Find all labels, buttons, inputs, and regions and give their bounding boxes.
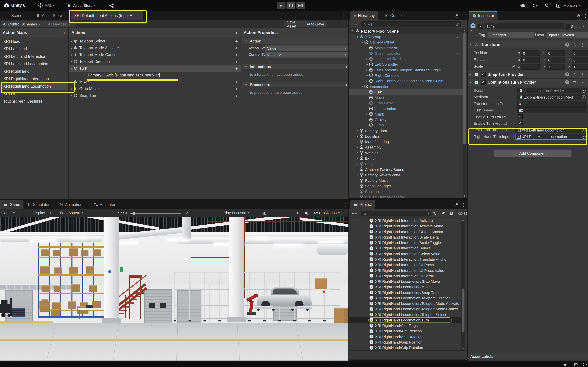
project-item[interactable]: XRI RightHand Interaction/Translate Anch… — [349, 257, 461, 262]
game-viewport[interactable] — [0, 217, 348, 360]
auto-save-toggle[interactable]: Auto-Save — [304, 21, 327, 27]
tab-simulator[interactable]: Simulator — [24, 200, 53, 209]
display-dropdown[interactable]: Display 1▾ — [33, 211, 51, 215]
scene-kebab-icon[interactable]: ⋮ — [457, 29, 461, 33]
component-kebab-icon[interactable]: ⋮ — [580, 80, 585, 84]
hierarchy-item-locomotion[interactable]: ▼Locomotion — [349, 84, 463, 89]
presets-icon[interactable] — [573, 42, 577, 47]
hierarchy-item-main-camera[interactable]: Main Camera — [349, 45, 463, 51]
hierarchy-item-right-controller[interactable]: ▸Right Controller — [349, 73, 463, 78]
tab-animation[interactable]: Animation — [56, 200, 86, 209]
add-action-button[interactable]: + — [235, 30, 238, 35]
save-asset-button[interactable]: Save Asset — [285, 21, 307, 27]
component-enabled-checkbox[interactable]: ✓ — [481, 80, 485, 85]
action-item[interactable]: ▸Teleport Mode Cancel+ — [69, 51, 241, 58]
eye-icon[interactable] — [458, 211, 463, 216]
project-item[interactable]: XRI RightHand Locomotion/Teleport Select — [349, 312, 461, 317]
object-picker-icon[interactable] — [581, 95, 586, 99]
open-external-icon[interactable] — [456, 23, 459, 26]
gameobject-name-field[interactable]: Turn — [484, 23, 564, 29]
game-view-dropdown[interactable]: Game▾ — [1, 211, 15, 215]
action-item[interactable]: ▸Grab Move+ — [69, 85, 241, 92]
expand-arrow-icon[interactable]: ▸ — [356, 162, 359, 165]
layer-dropdown[interactable]: Ignore Raycast▾ — [546, 32, 588, 38]
cloud-icon[interactable] — [520, 0, 525, 11]
property-checkbox[interactable]: ✓ — [518, 121, 523, 125]
object-picker-icon[interactable] — [581, 128, 586, 132]
component-kebab-icon[interactable]: ⋮ — [580, 72, 585, 77]
action-item[interactable]: ▸Teleport Select+ — [69, 38, 241, 44]
presets-icon[interactable] — [573, 72, 577, 76]
continuous-turn-provider-header[interactable]: ▼ ✓ Continuous Turn Provider ? ⋮ — [467, 78, 588, 86]
add-binding-button[interactable]: + — [235, 52, 238, 57]
action-map-item[interactable]: XRI Head — [0, 38, 68, 45]
hierarchy-item-factory-reverb-zone[interactable]: ▸Factory Reverb Zone — [349, 172, 463, 178]
tab-animator[interactable]: Animator — [91, 200, 119, 209]
expand-arrow-icon[interactable]: ▼ — [361, 41, 364, 44]
add-binding-button[interactable]: + — [235, 45, 238, 50]
tag-dropdown[interactable]: Untagged▾ — [487, 32, 534, 38]
project-item[interactable]: XRI RightHand Interaction/UI Press — [349, 262, 461, 267]
tab-project[interactable]: Project — [350, 200, 375, 209]
expand-arrow-icon[interactable]: ▸ — [356, 140, 359, 143]
gizmos-dropdown[interactable]: Gizmos▾ — [324, 211, 340, 215]
package-filter-icon[interactable] — [433, 211, 437, 216]
lock-icon[interactable] — [455, 202, 459, 207]
undo-history-icon[interactable] — [532, 0, 537, 11]
expand-arrow-icon[interactable]: ▸ — [70, 40, 73, 43]
transform-scale-z-field[interactable]: 1 — [572, 64, 588, 70]
hierarchy-item-scriptdebugger[interactable]: ScriptDebugger — [349, 183, 463, 189]
mute-audio-icon[interactable] — [296, 211, 301, 216]
asset-store-menu[interactable]: Asset Store▾ — [67, 0, 96, 11]
hierarchy-item-factory-music[interactable]: Factory Music — [349, 178, 463, 183]
expand-arrow-icon[interactable]: ▸ — [365, 80, 369, 83]
hierarchy-item-assembly[interactable]: ▸Assembly — [349, 145, 463, 150]
hierarchy-item-climb[interactable]: ▸Climb — [349, 111, 463, 117]
action-map-item[interactable]: Touchscreen Gestures — [0, 98, 68, 105]
stats-toggle[interactable]: Stats — [312, 211, 320, 215]
hierarchy-item-xr-setup[interactable]: ▼XR Setup› — [349, 34, 463, 40]
hierarchy-item-camera-offset[interactable]: ▼Camera Offset — [349, 40, 463, 45]
hierarchy-item-move[interactable]: Move — [349, 95, 463, 100]
prefab-chevron-icon[interactable]: › — [457, 51, 458, 55]
hierarchy-item-exhibit[interactable]: ▸Exhibit — [349, 156, 463, 161]
add-binding-button[interactable]: + — [235, 66, 238, 71]
tab-input-actions[interactable]: XRI Default Input Actions (Input A — [71, 11, 143, 20]
expand-arrow-icon[interactable]: ▸ — [70, 53, 73, 56]
action-item[interactable]: ▼Turn+ — [69, 65, 241, 72]
hierarchy-item-manufacturing[interactable]: ▸Manufacturing — [349, 139, 463, 145]
input-actions-kebab-icon[interactable]: ⋮ — [342, 14, 346, 18]
transform-scale-x-field[interactable]: 1 — [521, 64, 540, 70]
expand-arrow-icon[interactable]: ▸ — [365, 113, 369, 116]
project-kebab-icon[interactable]: ⋮ — [461, 202, 466, 207]
project-search-input[interactable] — [361, 211, 432, 217]
object-picker-icon[interactable] — [581, 89, 586, 93]
project-item[interactable]: XRI RightHand Interaction/Activate Value — [349, 223, 461, 229]
tab-inspector[interactable]: Inspector — [469, 11, 498, 20]
action-map-item[interactable]: XRI UI — [0, 90, 68, 98]
hierarchy-item-teleportation[interactable]: Teleportation — [349, 106, 463, 111]
expand-arrow-icon[interactable]: ▸ — [365, 68, 369, 71]
action-map-item[interactable]: XRI RightHand — [0, 68, 68, 75]
expand-arrow-icon[interactable]: ▸ — [356, 129, 359, 132]
active-checkbox[interactable]: ✓ — [478, 24, 483, 29]
scale-link-icon[interactable] — [512, 65, 516, 68]
hierarchy-item-ambient-factory-sound[interactable]: Ambient Factory Sound — [349, 167, 463, 172]
add-binding-button[interactable]: + — [235, 79, 238, 84]
project-item[interactable]: XRI RightHand Interaction/Scale Toggle — [349, 240, 461, 245]
hierarchy-item-player[interactable]: ▸Player — [349, 161, 463, 167]
game-kebab-icon[interactable]: ⋮ — [343, 202, 347, 207]
project-item[interactable]: XRI RightHand Locomotion/Snap Turn — [349, 290, 461, 295]
prefab-chevron-icon[interactable]: › — [457, 35, 458, 39]
static-checkbox[interactable] — [565, 24, 570, 29]
progress-ok-icon[interactable] — [583, 362, 587, 367]
project-item[interactable]: XRI RightHand Locomotion/Teleport Mode C… — [349, 306, 461, 312]
play-button[interactable]: ▶ — [277, 2, 285, 9]
object-field[interactable]: {}XRI RightHand Locomotion — [515, 134, 587, 140]
inspector-kebab-icon[interactable]: ⋮ — [583, 14, 588, 18]
project-item[interactable]: XRI RightHand/Grip Position — [349, 340, 461, 345]
tab-hierarchy[interactable]: ≡Hierarchy — [350, 11, 378, 20]
expand-arrow-icon[interactable]: ▸ — [365, 74, 369, 77]
transform-position-z-field[interactable]: 0 — [572, 50, 588, 56]
action-section-header[interactable]: ▼Action — [242, 38, 350, 44]
